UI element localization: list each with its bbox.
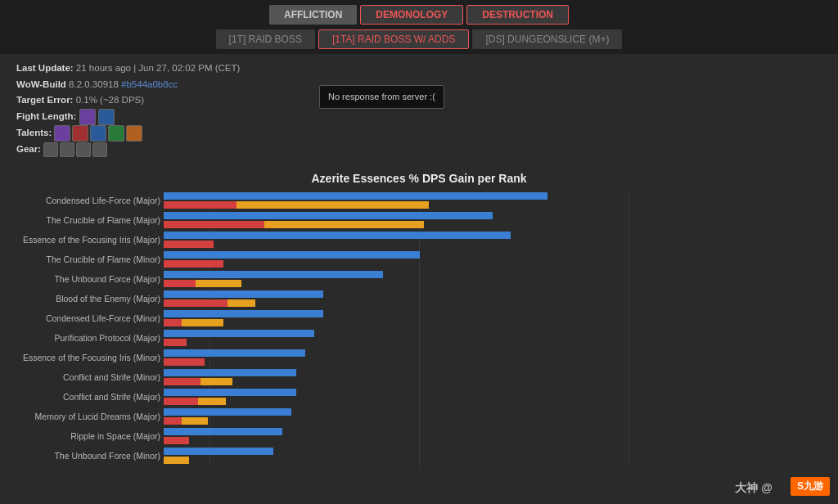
chart-row: The Crucible of Flame (Minor) bbox=[164, 250, 822, 268]
bar-segment-orange bbox=[228, 299, 255, 307]
bar-segment-orange bbox=[237, 201, 429, 209]
bar-top bbox=[164, 369, 822, 376]
bar-segment-red bbox=[164, 358, 205, 366]
bar-segment-blue bbox=[164, 212, 493, 219]
chart-container: Condensed Life-Force (Major)The Crucible… bbox=[0, 191, 838, 466]
wow-build-label: WoW-Build bbox=[16, 79, 66, 89]
chart-row: Ripple in Space (Major) bbox=[164, 427, 822, 445]
talent-icon-5 bbox=[126, 125, 142, 142]
bar-top bbox=[164, 349, 822, 357]
chart-row: Memory of Lucid Dreams (Major) bbox=[164, 407, 822, 425]
bar-bottom bbox=[164, 339, 822, 346]
bar-segment-red bbox=[164, 221, 264, 228]
server-tooltip: No response from server :( bbox=[319, 85, 444, 109]
bar-top bbox=[164, 192, 822, 200]
chart-title: Azerite Essences % DPS Gain per Rank bbox=[0, 172, 838, 185]
chart-row-label: Essence of the Focusing Iris (Major) bbox=[0, 235, 160, 245]
bar-segment-orange bbox=[164, 457, 189, 464]
bar-segment-blue bbox=[164, 232, 511, 239]
chart-row-label: The Unbound Force (Minor) bbox=[0, 451, 160, 461]
chart-row: Essence of the Focusing Iris (Major) bbox=[164, 231, 822, 249]
bar-bottom bbox=[164, 299, 822, 307]
bar-top bbox=[164, 389, 822, 396]
chart-row: Essence of the Focusing Iris (Minor) bbox=[164, 349, 822, 367]
target-error-value: 0.1% (~28 DPS) bbox=[76, 95, 144, 105]
chart-row: Purification Protocol (Major) bbox=[164, 329, 822, 347]
gear-label: Gear: bbox=[16, 144, 41, 154]
chart-row-label: The Crucible of Flame (Minor) bbox=[0, 254, 160, 264]
chart-row-label: Purification Protocol (Major) bbox=[0, 333, 160, 343]
talents-label: Talents: bbox=[16, 128, 52, 137]
chart-row-label: Essence of the Focusing Iris (Minor) bbox=[0, 353, 160, 362]
tab-demonology[interactable]: DEMONOLOGY bbox=[360, 5, 463, 25]
gear-icons bbox=[43, 142, 107, 157]
bar-segment-red bbox=[164, 339, 187, 346]
bar-segment-blue bbox=[164, 448, 273, 455]
bar-segment-red bbox=[164, 378, 200, 385]
bar-bottom bbox=[164, 221, 822, 228]
bar-segment-blue bbox=[164, 389, 296, 396]
chart-row: Conflict and Strife (Minor) bbox=[164, 368, 822, 386]
bar-segment-orange bbox=[264, 221, 424, 228]
gear-row: Gear: bbox=[16, 142, 822, 158]
talent-icons bbox=[54, 125, 142, 142]
tab-destruction[interactable]: DESTRUCTION bbox=[466, 5, 569, 25]
bar-segment-blue bbox=[164, 428, 282, 435]
bar-top bbox=[164, 290, 822, 298]
bar-top bbox=[164, 448, 822, 455]
bar-segment-red bbox=[164, 437, 189, 444]
bar-segment-red bbox=[164, 319, 182, 326]
bar-segment-blue bbox=[164, 290, 323, 298]
last-update-label: Last Update: bbox=[16, 63, 74, 73]
bar-bottom bbox=[164, 457, 822, 464]
bar-segment-red bbox=[164, 398, 198, 405]
fight-length-label: Fight Length: bbox=[16, 111, 76, 121]
chart-section: Azerite Essences % DPS Gain per Rank Con… bbox=[0, 164, 838, 466]
chart-row: Blood of the Enemy (Major) bbox=[164, 290, 822, 308]
bar-segment-orange bbox=[198, 398, 225, 405]
bar-bottom bbox=[164, 201, 822, 209]
chart-row-label: The Unbound Force (Major) bbox=[0, 274, 160, 284]
fight-length-icon1 bbox=[79, 109, 96, 125]
bar-bottom bbox=[164, 319, 822, 326]
tab-raid-boss-adds[interactable]: [1TA] RAID BOSS W/ ADDS bbox=[318, 29, 469, 49]
talent-icon-4 bbox=[108, 125, 124, 142]
bar-top bbox=[164, 428, 822, 435]
chart-row: The Crucible of Flame (Major) bbox=[164, 211, 822, 229]
tab-dungeonslice[interactable]: [DS] DUNGEONSLICE (M+) bbox=[472, 29, 622, 49]
bar-top bbox=[164, 212, 822, 219]
bar-segment-orange bbox=[196, 280, 241, 287]
chart-row: Condensed Life-Force (Minor) bbox=[164, 309, 822, 327]
tab-affliction[interactable]: AFFLICTION bbox=[269, 5, 357, 25]
app-container: AFFLICTION DEMONOLOGY DESTRUCTION [1T] R… bbox=[0, 0, 838, 466]
chart-row-label: Conflict and Strife (Major) bbox=[0, 392, 160, 402]
chart-row-label: The Crucible of Flame (Major) bbox=[0, 215, 160, 225]
chart-row-label: Memory of Lucid Dreams (Major) bbox=[0, 412, 160, 421]
chart-row: The Unbound Force (Major) bbox=[164, 270, 822, 288]
bar-segment-blue bbox=[164, 271, 383, 278]
gear-icon-4 bbox=[92, 142, 107, 157]
bar-bottom bbox=[164, 358, 822, 366]
gear-icon-3 bbox=[76, 142, 91, 157]
bars-wrapper: Condensed Life-Force (Major)The Crucible… bbox=[164, 191, 822, 466]
wow-build-version: 8.2.0.30918 bbox=[69, 79, 121, 89]
bar-segment-red bbox=[164, 241, 214, 248]
bar-segment-red bbox=[164, 260, 223, 268]
bar-segment-blue bbox=[164, 251, 420, 259]
bar-bottom bbox=[164, 437, 822, 444]
bar-segment-blue bbox=[164, 192, 547, 200]
bar-bottom bbox=[164, 241, 822, 248]
last-update-text: 21 hours ago | Jun 27, 02:02 PM (CET) bbox=[76, 63, 241, 73]
tab-raid-boss[interactable]: [1T] RAID BOSS bbox=[216, 29, 315, 49]
bar-top bbox=[164, 310, 822, 317]
bar-segment-blue bbox=[164, 369, 296, 376]
chart-row: The Unbound Force (Minor) bbox=[164, 447, 822, 465]
wow-build-link[interactable]: #b544a0b8cc bbox=[121, 79, 178, 89]
bar-top bbox=[164, 232, 822, 239]
last-update-row: Last Update: 21 hours ago | Jun 27, 02:0… bbox=[16, 61, 822, 77]
chart-row: Condensed Life-Force (Major) bbox=[164, 191, 822, 209]
chart-row-label: Blood of the Enemy (Major) bbox=[0, 294, 160, 304]
bar-segment-orange bbox=[182, 417, 207, 425]
bar-segment-orange bbox=[200, 378, 232, 385]
bar-segment-red bbox=[164, 201, 237, 209]
